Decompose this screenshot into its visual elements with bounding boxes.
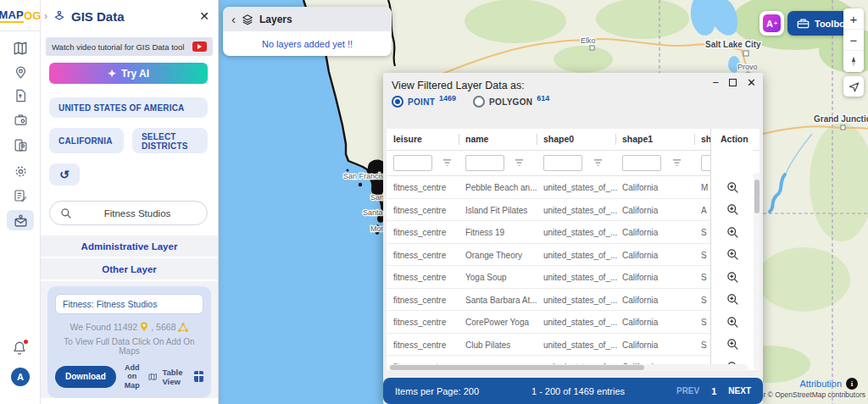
map-icon[interactable]: [148, 371, 157, 383]
table-horizontal-scrollbar[interactable]: [388, 364, 748, 371]
filter-icon[interactable]: [672, 158, 682, 168]
zoom-in-button[interactable]: +: [843, 8, 864, 30]
current-page[interactable]: 1: [711, 386, 716, 396]
cell-shape1: California: [622, 228, 695, 237]
search-input[interactable]: Fitness Studios: [49, 201, 208, 225]
filter-input-name[interactable]: [465, 155, 504, 171]
administrative-layer-section[interactable]: Administrative Layer: [41, 235, 218, 258]
sidebar-item-tool-case[interactable]: [7, 109, 34, 130]
table-vertical-scrollbar[interactable]: [754, 173, 760, 370]
polygon-radio-option[interactable]: POLYGON 614: [473, 96, 549, 108]
table-view-button[interactable]: Table View: [162, 368, 189, 386]
state-button[interactable]: CALIFORNIA: [49, 128, 124, 153]
panel-close-icon[interactable]: ✕: [199, 9, 209, 23]
sidebar-item-report[interactable]: [7, 185, 34, 206]
col-leisure[interactable]: leisure: [393, 134, 422, 144]
sidebar-item-gis-data[interactable]: [7, 210, 34, 230]
col-action: Action: [721, 134, 748, 144]
point-radio-option[interactable]: POINT 1469: [392, 96, 456, 108]
info-icon[interactable]: i: [846, 378, 858, 390]
sidebar-item-map[interactable]: [7, 38, 34, 58]
filter-input-leisure[interactable]: [393, 155, 432, 171]
cell-name: Fitness 19: [465, 228, 538, 237]
next-button[interactable]: NEXT: [728, 386, 751, 396]
label-santa-cruz: Santa: [363, 208, 383, 217]
table-row[interactable]: fitness_centre Yoga Soup united_states_o…: [387, 266, 760, 289]
compass-button[interactable]: [843, 51, 864, 72]
notifications-button[interactable]: [12, 340, 27, 359]
sidebar-item-settings[interactable]: [7, 161, 34, 181]
row-zoom-button[interactable]: [711, 289, 754, 312]
zoom-out-button[interactable]: −: [843, 30, 864, 51]
label-elko: Elko: [581, 36, 596, 45]
maximize-icon[interactable]: [729, 79, 737, 86]
col-shape1[interactable]: shape1: [622, 134, 653, 144]
row-zoom-button[interactable]: [711, 266, 754, 289]
table-row[interactable]: fitness_centre Orange Theory united_stat…: [387, 244, 760, 267]
cell-shape0: united_states_of_...: [543, 318, 618, 327]
col-name[interactable]: name: [465, 134, 488, 144]
radio-unselected-icon[interactable]: [473, 96, 485, 108]
items-per-page: Items per Page: 200: [395, 386, 479, 396]
add-on-map-button[interactable]: Add on Map: [121, 363, 143, 390]
table-row[interactable]: fitness_centre Club Pilates united_state…: [387, 334, 760, 357]
row-zoom-button[interactable]: [711, 199, 754, 222]
filter-icon[interactable]: [593, 158, 603, 168]
label-san-jose: San: [370, 193, 384, 202]
attribution-link[interactable]: Attribution: [799, 379, 842, 389]
filter-icon[interactable]: [515, 158, 524, 168]
cell-name: Club Pilates: [465, 340, 538, 350]
sidebar-item-location[interactable]: [7, 62, 34, 82]
filtered-data-dialog: View Filtered Layer Data as: − ✕ POINT 1…: [383, 73, 763, 404]
youtube-icon[interactable]: [192, 42, 207, 52]
cell-shape0: united_states_of_...: [543, 296, 618, 305]
filter-icon[interactable]: [442, 158, 452, 168]
row-zoom-button[interactable]: [711, 221, 754, 244]
table-view-icon[interactable]: [194, 371, 203, 382]
cell-shape0: united_states_of_...: [543, 183, 618, 192]
label-san-francisco: San Francis: [343, 172, 385, 180]
table-row[interactable]: fitness_centre Santa Barbara At... unite…: [387, 289, 760, 312]
cell-leisure: fitness_centre: [393, 296, 459, 305]
locate-button[interactable]: [843, 76, 864, 97]
back-chevron-icon[interactable]: ‹: [231, 13, 236, 25]
try-ai-button[interactable]: ✦ Try AI: [49, 63, 208, 84]
filter-input-shape0[interactable]: [543, 155, 582, 171]
minimize-icon[interactable]: −: [713, 77, 720, 88]
row-zoom-button[interactable]: [711, 244, 754, 267]
row-zoom-button[interactable]: [711, 311, 754, 334]
label-salt-lake-city: Salt Lake City: [705, 40, 761, 49]
tutorial-banner[interactable]: Watch video tutorial for GIS Data tool: [46, 37, 213, 56]
table-row[interactable]: fitness_centre Island Fit Pilates united…: [387, 199, 760, 222]
hscroll-thumb[interactable]: [390, 365, 644, 370]
magnifier-plus-icon: [726, 316, 739, 329]
table-row[interactable]: fitness_centre Pebble Beach an... united…: [387, 176, 760, 199]
prev-button[interactable]: PREV: [676, 386, 699, 396]
select-districts-button[interactable]: SELECT DISTRICTS: [132, 128, 208, 153]
user-avatar[interactable]: A: [11, 368, 30, 386]
row-zoom-button[interactable]: [711, 176, 754, 199]
mapog-logo[interactable]: MAPOG: [0, 0, 40, 31]
dialog-title: View Filtered Layer Data as:: [392, 80, 525, 91]
country-button[interactable]: UNITED STATES OF AMERICA: [49, 97, 208, 118]
gold-polygon-icon: [178, 323, 188, 332]
polygon-count: 614: [537, 94, 549, 102]
collapse-chevron-icon[interactable]: ›: [44, 10, 47, 22]
undo-button[interactable]: ↺: [49, 163, 80, 185]
vscroll-thumb[interactable]: [754, 180, 760, 213]
filter-input-shape1[interactable]: [622, 155, 661, 171]
radio-selected-icon[interactable]: [392, 96, 403, 108]
table-row[interactable]: fitness_centre CorePower Yoga united_sta…: [387, 311, 760, 334]
ai-tools-button[interactable]: A+: [760, 11, 784, 36]
table-row[interactable]: fitness_centre Fitness 19 united_states_…: [387, 221, 760, 244]
tutorial-text: Watch video tutorial for GIS Data tool: [52, 42, 187, 52]
row-zoom-button[interactable]: [711, 334, 754, 357]
sidebar-item-gallery[interactable]: [7, 135, 34, 155]
download-button[interactable]: Download: [55, 366, 116, 388]
icon-sidebar: MAPOG A: [0, 0, 41, 404]
other-layer-section[interactable]: Other Layer: [41, 258, 218, 281]
sidebar-item-upload[interactable]: [7, 86, 34, 106]
close-icon[interactable]: ✕: [747, 77, 756, 88]
col-shape0[interactable]: shape0: [543, 134, 574, 144]
cell-shape1: California: [622, 273, 695, 282]
